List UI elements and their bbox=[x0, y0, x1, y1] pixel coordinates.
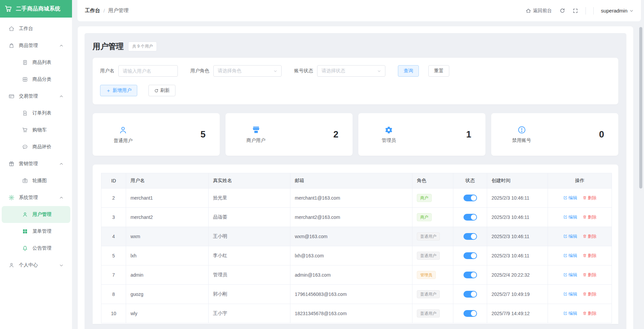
add-user-button[interactable]: ＋ 新增用户 bbox=[100, 85, 137, 96]
chevron-down-icon bbox=[59, 263, 64, 268]
cell-realname: 王小宇 bbox=[209, 304, 290, 323]
edit-button[interactable]: 编辑 bbox=[563, 233, 577, 239]
role-tag: 普通用户 bbox=[417, 290, 440, 298]
sidebar-item-profile-center[interactable]: 个人中心 bbox=[2, 257, 70, 274]
home-icon bbox=[8, 26, 15, 32]
edit-icon bbox=[563, 215, 568, 219]
reset-button[interactable]: 重置 bbox=[428, 65, 449, 77]
cell-role: 管理员 bbox=[412, 265, 453, 285]
refresh-icon[interactable] bbox=[559, 8, 565, 14]
sidebar-item-user-mgmt[interactable]: 用户管理 bbox=[2, 206, 70, 223]
sidebar-item-carousel[interactable]: 轮播图 bbox=[2, 172, 70, 189]
sidebar-item-order-list[interactable]: 订单列表 bbox=[2, 105, 70, 122]
cell-created: 2025/2/3 10:46:11 bbox=[487, 208, 548, 227]
sidebar-item-marketing-mgmt[interactable]: 营销管理 bbox=[2, 155, 70, 172]
edit-button[interactable]: 编辑 bbox=[563, 214, 577, 220]
sidebar-item-label: 公告管理 bbox=[32, 245, 51, 251]
delete-button[interactable]: 删除 bbox=[582, 253, 597, 259]
edit-button[interactable]: 编辑 bbox=[563, 310, 577, 317]
app-title: 二手商品商城系统 bbox=[16, 5, 61, 12]
cell-status bbox=[453, 227, 487, 246]
trash-icon bbox=[582, 292, 587, 296]
sidebar-item-cart[interactable]: 购物车 bbox=[2, 122, 70, 138]
sidebar-item-product-category[interactable]: 商品分类 bbox=[2, 71, 70, 88]
fullscreen-icon[interactable] bbox=[573, 8, 578, 14]
search-button[interactable]: 查询 bbox=[398, 65, 419, 77]
delete-button[interactable]: 删除 bbox=[582, 291, 597, 297]
sidebar: 二手商品商城系统 工作台商品管理商品列表商品分类交易管理订单列表购物车商品评价营… bbox=[0, 0, 72, 329]
status-toggle[interactable] bbox=[463, 272, 477, 278]
status-toggle[interactable] bbox=[463, 310, 477, 317]
cell-realname: 拾光里 bbox=[209, 188, 290, 208]
sidebar-item-trade-mgmt[interactable]: 交易管理 bbox=[2, 88, 70, 105]
cell-status bbox=[453, 285, 487, 304]
delete-button[interactable]: 删除 bbox=[582, 310, 597, 317]
status-toggle[interactable] bbox=[463, 214, 477, 221]
status-toggle[interactable] bbox=[463, 233, 477, 240]
delete-button[interactable]: 删除 bbox=[582, 272, 597, 278]
home-icon bbox=[526, 8, 531, 14]
cell-created: 2025/2/7 10:49:19 bbox=[487, 285, 548, 304]
sidebar-item-product-review[interactable]: 商品评价 bbox=[2, 138, 70, 155]
gear-fill-icon bbox=[384, 126, 393, 134]
sidebar-item-label: 商品分类 bbox=[32, 76, 51, 82]
cell-role: 普通用户 bbox=[412, 227, 453, 246]
sidebar-item-product-mgmt[interactable]: 商品管理 bbox=[2, 37, 70, 54]
username-input[interactable] bbox=[118, 65, 178, 77]
refresh-button[interactable]: 刷新 bbox=[148, 85, 175, 96]
table-row: 8guozg郭小刚17961456083@163.com普通用户2025/2/7… bbox=[101, 285, 612, 304]
breadcrumb-current: 用户管理 bbox=[108, 7, 128, 14]
sidebar-item-workbench[interactable]: 工作台 bbox=[2, 20, 70, 37]
role-tag: 商户 bbox=[417, 213, 432, 221]
squares-icon bbox=[22, 228, 28, 234]
stat-value: 5 bbox=[200, 129, 206, 140]
cell-username: wxm bbox=[126, 227, 209, 246]
role-select[interactable]: 请选择角色 bbox=[213, 65, 282, 77]
cell-actions: 编辑删除 bbox=[548, 304, 612, 323]
chat-icon bbox=[22, 144, 28, 150]
cell-username: admin bbox=[126, 265, 209, 285]
user-count-badge: 共 9 个用户 bbox=[128, 42, 157, 51]
role-tag: 普通用户 bbox=[417, 252, 440, 260]
chevron-down-icon bbox=[377, 69, 381, 73]
status-toggle[interactable] bbox=[463, 291, 477, 298]
cell-actions: 编辑删除 bbox=[548, 246, 612, 265]
delete-button[interactable]: 删除 bbox=[582, 195, 597, 201]
cell-role: 普通用户 bbox=[412, 246, 453, 265]
sidebar-item-product-list[interactable]: 商品列表 bbox=[2, 54, 70, 71]
edit-button[interactable]: 编辑 bbox=[563, 253, 577, 259]
edit-button[interactable]: 编辑 bbox=[563, 272, 577, 278]
stat-card-disabled-accounts: 禁用账号0 bbox=[491, 113, 618, 156]
cell-username: wly bbox=[126, 304, 209, 323]
back-to-front-button[interactable]: 返回前台 bbox=[526, 8, 552, 14]
sidebar-item-announcement-mgmt[interactable]: 公告管理 bbox=[2, 240, 70, 257]
edit-button[interactable]: 编辑 bbox=[563, 195, 577, 201]
sidebar-item-label: 交易管理 bbox=[19, 93, 38, 99]
stat-label: 管理员 bbox=[382, 137, 396, 144]
delete-button[interactable]: 删除 bbox=[582, 214, 597, 220]
edit-button[interactable]: 编辑 bbox=[563, 291, 577, 297]
status-select[interactable]: 请选择状态 bbox=[317, 65, 385, 77]
edit-icon bbox=[563, 253, 568, 258]
sidebar-item-label: 订单列表 bbox=[32, 110, 51, 116]
cell-status bbox=[453, 246, 487, 265]
trash-icon bbox=[582, 311, 587, 315]
filter-card: 用户名 用户角色 请选择角色 账号状态 请选择状态 bbox=[93, 58, 618, 104]
user-menu[interactable]: superadmin bbox=[601, 8, 634, 14]
breadcrumb-workbench[interactable]: 工作台 bbox=[85, 7, 100, 14]
cell-status bbox=[453, 304, 487, 323]
plus-icon: ＋ bbox=[106, 87, 111, 94]
sidebar-item-menu-mgmt[interactable]: 菜单管理 bbox=[2, 223, 70, 240]
chevron-down-icon bbox=[273, 69, 277, 73]
sidebar-item-system-mgmt[interactable]: 系统管理 bbox=[2, 189, 70, 206]
cell-status bbox=[453, 188, 487, 208]
breadcrumb: 工作台 / 用户管理 bbox=[85, 7, 128, 14]
delete-button[interactable]: 删除 bbox=[582, 233, 597, 239]
stat-label: 普通用户 bbox=[114, 138, 133, 144]
status-toggle[interactable] bbox=[463, 195, 477, 201]
status-toggle[interactable] bbox=[463, 252, 477, 259]
sidebar-item-label: 商品列表 bbox=[32, 59, 51, 66]
vertical-scrollbar[interactable] bbox=[639, 27, 642, 188]
sidebar-item-label: 菜单管理 bbox=[32, 228, 51, 234]
sidebar-item-label: 营销管理 bbox=[19, 161, 38, 167]
